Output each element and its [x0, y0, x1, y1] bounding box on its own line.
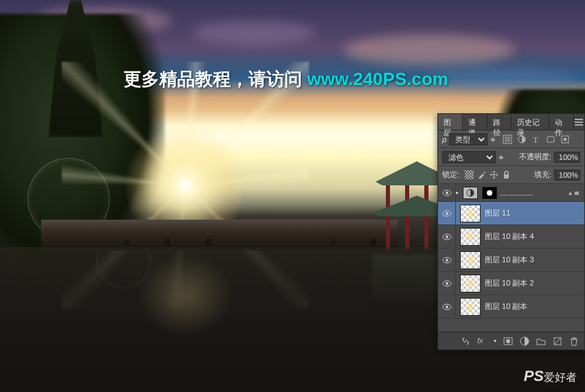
- new-layer-icon[interactable]: [553, 336, 562, 346]
- layer-thumb: [460, 205, 481, 222]
- lock-row: 锁定: 填充:: [438, 166, 584, 184]
- layers-panel: 图层 通道 路径 历史记录 动作 ρ 类型 ≑ T 滤色 ≑ 不透明度: 锁定: [437, 113, 585, 350]
- tab-paths[interactable]: 路径: [488, 114, 512, 130]
- svg-rect-10: [504, 174, 509, 178]
- tab-history[interactable]: 历史记录: [512, 114, 549, 130]
- svg-point-20: [446, 259, 448, 262]
- visibility-toggle[interactable]: [438, 272, 456, 295]
- svg-point-26: [506, 339, 510, 343]
- new-adjustment-icon[interactable]: [520, 336, 529, 346]
- svg-text:T: T: [533, 135, 538, 144]
- add-mask-icon[interactable]: [503, 336, 513, 346]
- bridge: [41, 220, 398, 251]
- new-group-icon[interactable]: [536, 336, 546, 346]
- filter-icons: T: [503, 135, 570, 144]
- layer-name[interactable]: 图层 10 副本 4: [485, 231, 534, 242]
- panel-menu-icon[interactable]: [574, 114, 584, 130]
- lock-position-icon[interactable]: [490, 170, 498, 179]
- svg-point-12: [446, 192, 448, 194]
- visibility-toggle[interactable]: [438, 225, 456, 248]
- reflection-sun: [137, 254, 233, 336]
- filter-row: ρ 类型 ≑ T: [438, 130, 584, 148]
- svg-rect-1: [505, 137, 510, 142]
- filter-type-icon[interactable]: T: [531, 135, 541, 144]
- fill-label: 填充:: [534, 170, 551, 180]
- svg-point-18: [446, 235, 448, 238]
- layer-name[interactable]: 图层 11: [485, 208, 510, 218]
- svg-rect-4: [547, 137, 554, 142]
- opacity-label: 不透明度:: [519, 152, 551, 162]
- svg-point-22: [446, 282, 448, 285]
- watermark: PS爱好者: [524, 367, 577, 385]
- filter-pixel-icon[interactable]: [503, 135, 512, 144]
- layer-thumb: [460, 228, 481, 246]
- svg-point-16: [446, 212, 448, 215]
- tab-actions[interactable]: 动作: [549, 114, 574, 130]
- svg-rect-6: [564, 138, 566, 141]
- visibility-toggle[interactable]: [438, 184, 456, 201]
- filter-adjust-icon[interactable]: [517, 135, 527, 144]
- visibility-toggle[interactable]: [438, 295, 456, 318]
- delete-layer-icon[interactable]: [569, 336, 579, 346]
- layer-item-adjustment[interactable]: ▸ ................ ▴: [438, 184, 584, 202]
- layer-list: ▸ ................ ▴ 图层 11 图层 10 副本 4: [438, 184, 584, 332]
- layer-collapsed-indicator[interactable]: ▴: [569, 189, 580, 196]
- lock-transparent-icon[interactable]: [465, 170, 474, 179]
- expand-icon[interactable]: ▸: [456, 189, 459, 196]
- layer-name[interactable]: 图层 10 副本 2: [485, 278, 534, 288]
- watermark-cn: 爱好者: [544, 371, 577, 383]
- tab-layers[interactable]: 图层: [438, 114, 463, 130]
- filter-shape-icon[interactable]: [546, 135, 555, 144]
- panel-tabs: 图层 通道 路径 历史记录 动作: [438, 114, 584, 130]
- svg-rect-14: [575, 192, 579, 195]
- visibility-toggle[interactable]: [438, 249, 456, 271]
- kind-icon: ρ: [442, 135, 446, 143]
- layer-item[interactable]: 图层 10 副本 2: [438, 272, 584, 295]
- tutorial-overlay-text: 更多精品教程，请访问 www.240PS.com: [124, 67, 448, 91]
- fx-icon[interactable]: fx: [477, 336, 487, 346]
- layer-mask-thumb: [482, 187, 497, 199]
- opacity-input[interactable]: [554, 152, 580, 163]
- layer-thumb: [460, 275, 481, 292]
- layer-item[interactable]: 图层 10 副本: [438, 295, 584, 319]
- layer-name[interactable]: ................: [500, 189, 534, 197]
- layer-item[interactable]: 图层 11: [438, 202, 584, 225]
- lock-pixels-icon[interactable]: [477, 170, 486, 179]
- watermark-ps: PS: [524, 367, 544, 384]
- svg-point-24: [446, 305, 448, 308]
- layer-thumb: [460, 251, 481, 269]
- layer-name[interactable]: 图层 10 副本 3: [485, 255, 534, 265]
- layer-thumb-adjustment: [463, 187, 478, 199]
- tutorial-url: www.240PS.com: [307, 69, 448, 89]
- lock-all-icon[interactable]: [502, 170, 511, 179]
- panel-footer: fx ▾: [438, 332, 584, 349]
- layer-name[interactable]: 图层 10 副本: [485, 301, 527, 312]
- svg-rect-7: [465, 170, 474, 179]
- visibility-toggle[interactable]: [438, 202, 456, 224]
- link-layers-icon[interactable]: [461, 336, 470, 346]
- filter-kind-select[interactable]: 类型: [449, 133, 488, 146]
- blend-mode-select[interactable]: 滤色: [442, 151, 496, 163]
- layer-item[interactable]: 图层 10 副本 3: [438, 249, 584, 272]
- filter-smart-icon[interactable]: [560, 135, 570, 144]
- layer-item[interactable]: 图层 10 副本 4: [438, 225, 584, 249]
- layer-thumb: [460, 298, 481, 316]
- tab-channels[interactable]: 通道: [463, 114, 488, 130]
- fill-input[interactable]: [554, 170, 580, 181]
- tutorial-prefix: 更多精品教程，请访问: [124, 69, 307, 89]
- lock-label: 锁定:: [442, 170, 459, 180]
- blend-row: 滤色 ≑ 不透明度:: [438, 148, 584, 166]
